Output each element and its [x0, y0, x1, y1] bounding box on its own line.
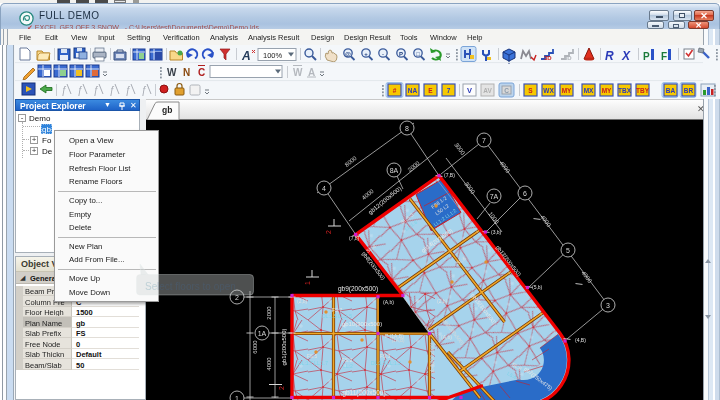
svg-text:gb9(200x500): gb9(200x500) [338, 285, 378, 293]
svg-text:P (1A,B): P (1A,B) [385, 333, 404, 339]
svg-text:W: W [293, 67, 303, 78]
svg-text:DL:1.5 LL:1.5: DL:1.5 LL:1.5 [322, 313, 352, 319]
svg-text:#: # [393, 87, 397, 94]
svg-text:4000: 4000 [539, 214, 552, 229]
svg-text:FS:3: FS:3 [380, 353, 391, 359]
svg-text:P: P [399, 51, 403, 57]
svg-text:+: + [364, 51, 368, 57]
svg-text:100%: 100% [263, 51, 283, 60]
svg-text:FS:5: FS:5 [307, 353, 318, 359]
svg-text:ƒ: ƒ [93, 85, 99, 96]
svg-text:8A: 8A [390, 167, 399, 174]
svg-text:AV: AV [483, 87, 492, 94]
svg-text:4000: 4000 [580, 270, 593, 285]
svg-text:gb4(200x500): gb4(200x500) [429, 342, 435, 373]
svg-text:gb10(300x500): gb10(300x500) [342, 321, 382, 327]
svg-text:3: 3 [606, 302, 610, 309]
svg-text:A: A [241, 49, 251, 63]
svg-text:(7,B): (7,B) [444, 172, 455, 178]
svg-text:C: C [504, 87, 509, 94]
svg-text:V: V [467, 86, 472, 95]
svg-text:lect floors to open: lect floors to open [157, 281, 236, 292]
svg-text:(4,B): (4,B) [575, 337, 586, 343]
svg-text:(A,b): (A,b) [441, 334, 452, 340]
svg-text:S: S [528, 87, 533, 94]
svg-text:gb1(200x500): gb1(200x500) [281, 328, 287, 365]
svg-text:7A: 7A [490, 193, 499, 200]
svg-text:3D: 3D [564, 55, 572, 61]
svg-text:BA: BA [666, 87, 676, 94]
svg-text:ƒ: ƒ [61, 85, 67, 96]
svg-text:C: C [198, 67, 205, 78]
svg-text:ƒ: ƒ [141, 85, 147, 96]
svg-text:@: @ [345, 51, 351, 57]
svg-text:X: X [621, 49, 631, 63]
svg-text:1A: 1A [258, 330, 267, 337]
svg-text:4000: 4000 [361, 188, 376, 201]
svg-text:4000: 4000 [498, 160, 511, 175]
svg-text:4: 4 [322, 185, 326, 192]
svg-text:5: 5 [566, 247, 570, 254]
svg-text:2: 2 [278, 386, 285, 390]
svg-text:W: W [167, 67, 177, 78]
svg-text:2000: 2000 [407, 160, 422, 173]
svg-text:WX: WX [543, 87, 554, 94]
svg-text:ƒ: ƒ [125, 85, 131, 96]
svg-text:ƒ: ƒ [109, 85, 115, 96]
svg-text:MX: MX [584, 87, 594, 94]
svg-text:8000: 8000 [344, 155, 359, 168]
svg-text:-: - [382, 51, 384, 57]
svg-text:MY: MY [602, 87, 612, 94]
svg-text:P: P [643, 51, 650, 62]
svg-text:(5,b): (5,b) [532, 284, 543, 290]
svg-text:F: F [661, 51, 667, 62]
svg-text:(2,b): (2,b) [297, 298, 308, 304]
svg-text:7: 7 [482, 137, 486, 144]
svg-text:DL:1.7 LL:1.7: DL:1.7 LL:1.7 [298, 360, 328, 366]
svg-text:6000: 6000 [252, 340, 258, 354]
svg-text:BR: BR [684, 87, 694, 94]
svg-text:3D: 3D [544, 55, 552, 61]
svg-text:2: 2 [325, 230, 332, 234]
svg-text:MY: MY [562, 87, 572, 94]
svg-text:1: 1 [235, 395, 239, 400]
svg-text:6: 6 [523, 190, 527, 197]
svg-text:(A,b): (A,b) [383, 299, 394, 305]
svg-text:N: N [183, 67, 190, 78]
svg-text:DL:1.5 LL:1.2: DL:1.5 LL:1.2 [371, 360, 401, 366]
svg-text:3000: 3000 [453, 142, 466, 157]
svg-text:gb11(200x500): gb11(200x500) [342, 389, 385, 397]
svg-text:ƒ: ƒ [77, 85, 83, 96]
svg-text:E: E [428, 87, 433, 94]
svg-text:1: 1 [304, 281, 311, 285]
svg-text:(3,b): (3,b) [491, 229, 502, 235]
svg-text:□: □ [416, 51, 420, 57]
svg-text:2000: 2000 [266, 306, 272, 320]
svg-text:R: R [605, 49, 614, 63]
svg-text:NA: NA [408, 87, 418, 94]
svg-text:(2,b): (2,b) [437, 298, 448, 304]
svg-text:7: 7 [447, 87, 451, 94]
svg-text:LL:2: LL:2 [343, 363, 353, 369]
svg-text:TBX: TBX [618, 87, 632, 94]
svg-text:3000: 3000 [463, 181, 476, 196]
svg-text:4000: 4000 [266, 357, 272, 371]
svg-text:A: A [308, 67, 315, 78]
svg-text:1000: 1000 [487, 211, 500, 226]
svg-text:TBY: TBY [636, 87, 650, 94]
svg-text:8: 8 [405, 125, 409, 132]
svg-text:Se: Se [145, 281, 158, 292]
